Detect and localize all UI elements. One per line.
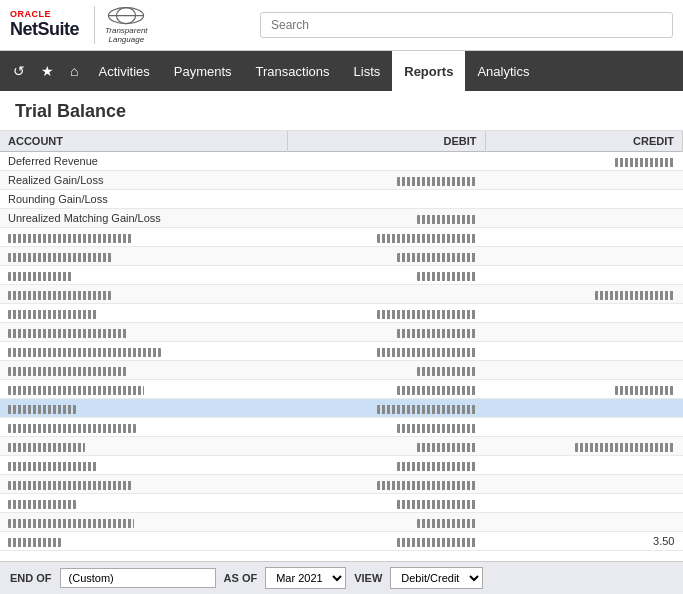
account-cell <box>0 475 288 494</box>
debit-cell <box>288 456 485 475</box>
nav-analytics[interactable]: Analytics <box>465 51 541 91</box>
debit-cell <box>288 494 485 513</box>
debit-cell <box>288 209 485 228</box>
account-cell <box>0 361 288 380</box>
as-of-select-container[interactable]: Mar 2021 <box>265 567 346 589</box>
credit-cell <box>485 399 682 418</box>
credit-cell <box>485 152 682 171</box>
footer-bar: END OF AS OF Mar 2021 VIEW Debit/Credit <box>0 561 683 594</box>
end-of-label: END OF <box>10 572 52 584</box>
credit-cell <box>485 266 682 285</box>
credit-cell <box>485 513 682 532</box>
credit-cell: 3.50 <box>485 532 682 551</box>
search-bar[interactable] <box>260 12 673 38</box>
table-row <box>0 475 683 494</box>
credit-cell <box>485 171 682 190</box>
debit-column-header: DEBIT <box>288 131 485 152</box>
view-select-container[interactable]: Debit/Credit <box>390 567 483 589</box>
debit-cell <box>288 304 485 323</box>
credit-cell <box>485 304 682 323</box>
table-row: Realized Gain/Loss <box>0 171 683 190</box>
netsuite-label: NetSuite <box>10 20 79 40</box>
table-row: Rounding Gain/Loss <box>0 190 683 209</box>
account-cell <box>0 304 288 323</box>
nav-lists[interactable]: Lists <box>342 51 393 91</box>
table-row <box>0 437 683 456</box>
debit-cell <box>288 380 485 399</box>
table-row <box>0 285 683 304</box>
debit-cell <box>288 171 485 190</box>
debit-cell <box>288 266 485 285</box>
debit-cell <box>288 342 485 361</box>
account-cell <box>0 342 288 361</box>
account-cell <box>0 437 288 456</box>
nav-reports[interactable]: Reports <box>392 51 465 91</box>
table-row <box>0 380 683 399</box>
tl-icon <box>106 6 146 26</box>
end-of-input[interactable] <box>60 568 216 588</box>
credit-cell <box>485 475 682 494</box>
debit-cell <box>288 323 485 342</box>
table-header-row: ACCOUNT DEBIT CREDIT <box>0 131 683 152</box>
credit-cell <box>485 228 682 247</box>
account-cell <box>0 266 288 285</box>
credit-cell <box>485 456 682 475</box>
credit-cell <box>485 247 682 266</box>
table-row <box>0 399 683 418</box>
table-row: 3.50 <box>0 532 683 551</box>
account-cell <box>0 513 288 532</box>
table-row <box>0 247 683 266</box>
account-cell <box>0 228 288 247</box>
table-row <box>0 513 683 532</box>
header: ORACLE NetSuite Transparent Language <box>0 0 683 51</box>
navigation: ↺ ★ ⌂ Activities Payments Transactions L… <box>0 51 683 91</box>
account-cell <box>0 247 288 266</box>
language-label: Language <box>108 35 144 44</box>
transparent-label: Transparent <box>105 26 148 35</box>
nav-payments[interactable]: Payments <box>162 51 244 91</box>
debit-cell <box>288 190 485 209</box>
account-cell <box>0 285 288 304</box>
credit-cell <box>485 342 682 361</box>
transparent-language-logo: Transparent Language <box>94 6 148 44</box>
debit-cell <box>288 437 485 456</box>
view-select[interactable]: Debit/Credit <box>390 567 483 589</box>
table-row <box>0 323 683 342</box>
account-cell: Deferred Revenue <box>0 152 288 171</box>
table-row <box>0 266 683 285</box>
account-cell <box>0 323 288 342</box>
table-row <box>0 494 683 513</box>
debit-cell <box>288 285 485 304</box>
favorites-icon[interactable]: ★ <box>33 51 62 91</box>
logo-area: ORACLE NetSuite Transparent Language <box>10 6 250 44</box>
table-row <box>0 361 683 380</box>
debit-cell <box>288 418 485 437</box>
search-input[interactable] <box>260 12 673 38</box>
account-cell <box>0 456 288 475</box>
account-cell <box>0 380 288 399</box>
nav-transactions[interactable]: Transactions <box>244 51 342 91</box>
debit-cell <box>288 247 485 266</box>
table-row <box>0 342 683 361</box>
account-cell <box>0 532 288 551</box>
history-icon[interactable]: ↺ <box>5 51 33 91</box>
table-row <box>0 456 683 475</box>
credit-cell <box>485 380 682 399</box>
debit-cell <box>288 399 485 418</box>
view-label: VIEW <box>354 572 382 584</box>
account-column-header: ACCOUNT <box>0 131 288 152</box>
debit-cell <box>288 532 485 551</box>
as-of-select[interactable]: Mar 2021 <box>265 567 346 589</box>
debit-cell <box>288 361 485 380</box>
debit-cell <box>288 228 485 247</box>
oracle-netsuite-logo: ORACLE NetSuite <box>10 10 79 40</box>
table-row: Deferred Revenue <box>0 152 683 171</box>
credit-cell <box>485 494 682 513</box>
credit-cell <box>485 361 682 380</box>
account-cell: Realized Gain/Loss <box>0 171 288 190</box>
home-icon[interactable]: ⌂ <box>62 51 86 91</box>
debit-cell <box>288 475 485 494</box>
table-row <box>0 304 683 323</box>
as-of-label: AS OF <box>224 572 258 584</box>
nav-activities[interactable]: Activities <box>86 51 161 91</box>
